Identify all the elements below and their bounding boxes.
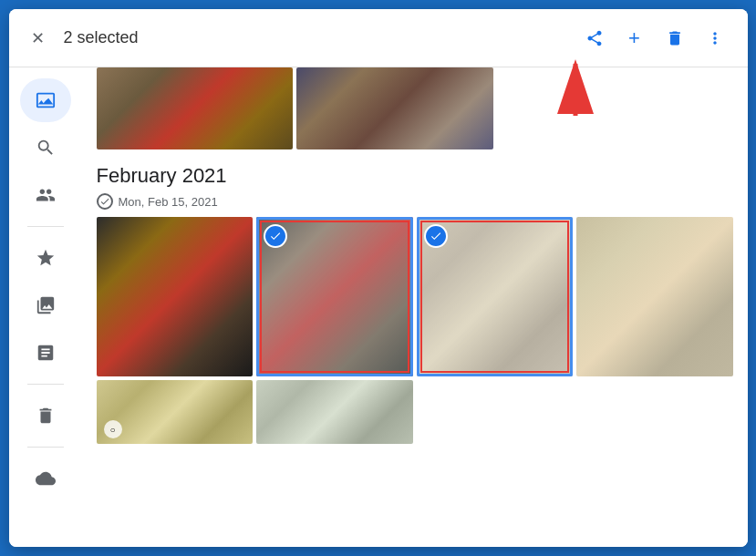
photo-item-4[interactable] — [576, 217, 733, 376]
photos-area: February 2021 Mon, Feb 15, 2021 — [82, 67, 748, 547]
checkmark-icon-1 — [269, 230, 282, 242]
share-icon — [585, 29, 604, 47]
photo-partial-2[interactable] — [256, 380, 413, 444]
share-button[interactable] — [576, 20, 613, 57]
albums-icon — [36, 295, 56, 315]
photo-grid-partial: ○ — [97, 380, 733, 444]
checkmark-icon-2 — [430, 230, 442, 242]
utilities-icon — [36, 343, 56, 363]
sidebar-divider-3 — [27, 447, 64, 448]
sidebar-item-favorites[interactable] — [20, 236, 71, 280]
sidebar-item-archive[interactable] — [20, 457, 71, 500]
selected-count-label: 2 selected — [64, 28, 139, 47]
close-button[interactable]: ✕ — [24, 24, 53, 53]
photo-item-1[interactable] — [97, 217, 254, 376]
sidebar-item-trash[interactable] — [20, 394, 71, 438]
more-icon — [706, 29, 724, 47]
delete-button[interactable] — [657, 20, 693, 57]
people-icon — [36, 185, 56, 205]
selection-badge-1 — [264, 224, 287, 248]
cloud-icon — [36, 468, 56, 489]
photo-thumb-2[interactable] — [296, 67, 493, 149]
photo-partial-1[interactable]: ○ — [97, 380, 254, 444]
sidebar-divider-1 — [27, 226, 64, 227]
sidebar-item-photos[interactable] — [20, 78, 71, 122]
top-bar-left: ✕ 2 selected — [24, 24, 565, 53]
photo-item-2[interactable] — [256, 217, 413, 376]
photos-icon — [36, 90, 56, 110]
trash-icon — [36, 406, 56, 426]
photo-grid-main — [97, 217, 733, 376]
section-header-feb2021: February 2021 Mon, Feb 15, 2021 — [97, 164, 733, 210]
date-label: Mon, Feb 15, 2021 — [119, 195, 218, 209]
section-title: February 2021 — [97, 164, 733, 188]
date-check-circle[interactable] — [97, 193, 113, 210]
star-icon — [36, 248, 56, 268]
top-bar: ✕ 2 selected + — [9, 9, 748, 67]
more-button[interactable] — [697, 20, 733, 57]
add-icon: + — [628, 26, 640, 50]
search-icon — [36, 138, 56, 158]
selection-badge-2 — [424, 224, 448, 248]
sidebar-item-utilities[interactable] — [20, 331, 71, 375]
close-icon: ✕ — [31, 28, 45, 48]
check-icon — [99, 196, 110, 207]
section-date: Mon, Feb 15, 2021 — [97, 193, 733, 210]
sidebar-item-albums[interactable] — [20, 283, 71, 327]
sidebar-item-people[interactable] — [20, 173, 71, 217]
sidebar — [9, 67, 82, 547]
photo-thumb-1[interactable] — [97, 67, 294, 149]
sidebar-item-search[interactable] — [20, 126, 71, 170]
add-button[interactable]: + — [616, 20, 653, 57]
delete-icon — [666, 29, 684, 47]
top-bar-actions: + — [576, 20, 733, 57]
top-photos-row — [97, 67, 733, 149]
sidebar-divider-2 — [27, 384, 64, 385]
photo-item-3[interactable] — [417, 217, 574, 376]
panorama-icon: ○ — [104, 420, 122, 438]
main-content: February 2021 Mon, Feb 15, 2021 — [9, 67, 748, 547]
